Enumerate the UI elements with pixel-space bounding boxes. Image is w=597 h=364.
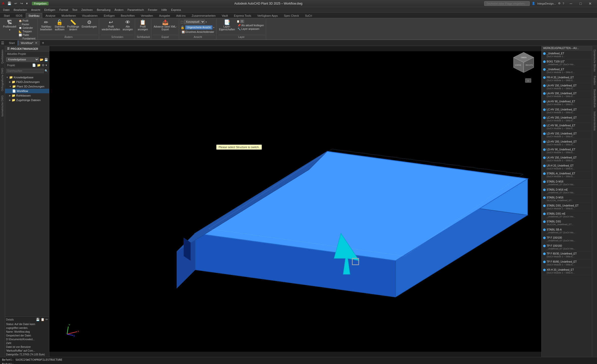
tab-beschriften[interactable]: Beschriften	[118, 13, 138, 18]
menu-format[interactable]: Format	[57, 8, 70, 12]
side-tab-quelldateien[interactable]: Quelldateien	[1, 49, 4, 65]
rp-item-stabil-sb-a[interactable]: STABIL SB-A _Undefined_ET (SuCri Mo...	[542, 227, 592, 235]
proj-settings-icon[interactable]: ⚙	[42, 63, 45, 67]
tab-vault[interactable]: Vault	[219, 13, 230, 18]
tab-home[interactable]: Start	[6, 41, 17, 45]
tab-ausgabe[interactable]: Ausgabe	[156, 13, 173, 18]
rp-item-stabil-dm16[interactable]: STABIL D-M16 _Undefined_ET (SuCri Mo...	[542, 179, 592, 187]
rp-item-tp-f100-160[interactable]: TP F 100/160 _Undefined_ET (SuCri Mo...	[542, 243, 592, 252]
menu-fenster[interactable]: Fenster	[146, 8, 159, 12]
side-tab-bauteilbibliothek[interactable]: Bauteilbibliothek	[593, 88, 596, 109]
rp-item-stabil-d3g-me[interactable]: STABIL D3G mE _Undefined_ET (SuCri Mo...	[542, 211, 592, 219]
ribbon-btn-platte[interactable]: ⬜Platte	[18, 33, 36, 37]
rp-item-lr-h20[interactable]: LR-H 20_Undefined_ET (SuCri Module 1 – S…	[542, 163, 592, 171]
proj-save-icon[interactable]: 💾	[44, 58, 48, 61]
rp-item-stabil-dm16-silicon[interactable]: STABIL D-M16 SILICON_Undefined_ET...	[542, 195, 592, 203]
proj-open-icon[interactable]: 📂	[40, 58, 44, 61]
rp-item-undefined-et-2[interactable]: _Undefined_ET (SuCri Module 1 – Sikla E.…	[542, 67, 592, 75]
freigeben-button[interactable]: Freigeben	[32, 2, 49, 5]
tab-addins[interactable]: Add-ins	[173, 13, 188, 18]
tab-expresstools[interactable]: Express Tools	[231, 13, 254, 18]
ribbon-btn-stahlbau-bearbeiten[interactable]: ✏ Stahlbaubearbeiten	[39, 19, 53, 31]
ribbon-btn-profil-anzeigen[interactable]: 📋 Profilanzeigen	[137, 19, 149, 31]
tab-analyse[interactable]: Analyse	[43, 13, 58, 18]
ribbon-btn-aktuell-festlegen[interactable]: 📌Als aktuell festlegen	[237, 24, 265, 27]
proj-folder-icon[interactable]: 📁	[37, 63, 41, 67]
side-tab-orthografisch[interactable]: Orthografische DWG	[1, 67, 4, 92]
rp-item-stabil-a[interactable]: STABIL-A_Undefined_ET (SuCri Module 1 – …	[542, 171, 592, 179]
new-tab-button[interactable]: +	[40, 41, 46, 45]
rp-item-stabil-dm16me[interactable]: STABIL D-M16 mE _Undefined_ET (SuCri Mo.…	[542, 187, 592, 195]
proj-more-icon[interactable]: ▾	[46, 63, 47, 67]
help-icon[interactable]: ?	[563, 2, 564, 5]
tab-verfuegbare-apps[interactable]: Verfügbare Apps	[254, 13, 281, 18]
side-tab-dynamische-bloecke[interactable]: Dynamische Blöcke	[593, 49, 596, 73]
nav-cube[interactable]: OBEN RECHTS VORNE	[511, 51, 536, 76]
menu-bemaszung[interactable]: Bemaßung	[95, 8, 113, 12]
tab-zusammenarbeiten[interactable]: Zusammenarbeiten	[189, 13, 219, 18]
doc-tab-close[interactable]: ✕	[35, 41, 37, 45]
tree-item-pid[interactable]: ▶ 📁 P&ID-Zeichnungen	[5, 80, 49, 84]
project-search-input[interactable]	[6, 69, 44, 73]
qa-redo[interactable]: ↪	[19, 1, 24, 6]
qa-more[interactable]: ▾	[25, 1, 29, 6]
toggle-arrow[interactable]: ▾	[213, 26, 215, 29]
tab-modellieren[interactable]: Modellieren	[59, 13, 79, 18]
tab-start[interactable]: Start	[1, 13, 12, 18]
settings-icon[interactable]: ⚙	[558, 2, 561, 5]
rp-item-la-hv150[interactable]: LA-HV 150_Undefined_ET (SuCri Module 1 –…	[542, 83, 592, 91]
ribbon-btn-advance-xml[interactable]: 📤 Advance Steel XML-Export	[153, 19, 178, 31]
rp-item-tp-f80-80[interactable]: TP F 80/80_Undefined_ET (SuCri Module 1 …	[542, 259, 592, 267]
tab-visualisieren[interactable]: Visualisieren	[79, 13, 100, 18]
menu-datei[interactable]: Datei	[1, 8, 12, 12]
ribbon-btn-fundament[interactable]: ⬛Fundament	[18, 37, 36, 40]
tree-item-rohklassen[interactable]: ▶ 📁 Rohklassen	[5, 93, 49, 98]
ungesicherte-ansicht-toggle[interactable]: Ungesicherte Ansicht	[185, 25, 212, 30]
details-save-icon[interactable]: 💾	[36, 318, 40, 321]
rp-item-ld-hv90[interactable]: LD-HV 90_Undefined_ET (SuCri Module 1 – …	[542, 147, 592, 155]
rp-item-stabil-d3g[interactable]: STABIL D3G_Undefined_ET (SuCri Module 1 …	[542, 203, 592, 211]
tab-speccheck[interactable]: Spec Check	[281, 13, 302, 18]
ribbon-btn-profilmodell[interactable]: 🏗 Profilmodell ▾	[2, 19, 17, 32]
qa-save[interactable]: 💾	[6, 1, 12, 6]
side-tab-paletten[interactable]: Paletten	[593, 75, 596, 86]
global-search-input[interactable]	[484, 1, 530, 6]
maximize-button[interactable]: □	[576, 0, 585, 7]
menu-ansicht[interactable]: Ansicht	[29, 8, 42, 12]
rp-item-la-hv90[interactable]: LA-HV 90_Undefined_ET (SuCri Module 1 – …	[542, 99, 592, 107]
ribbon-btn-gelaender[interactable]: 🔲Geländer	[18, 26, 36, 30]
tab-isos[interactable]: ISOS	[13, 13, 25, 18]
rp-item-ld-hv200[interactable]: LD-HV 200_Undefined_ET (SuCri Module 1 –…	[542, 139, 592, 147]
user-name[interactable]: IntegaDesign...	[537, 2, 556, 5]
rp-item-la-hv200[interactable]: LA-HV 200_Undefined_ET (SuCri Module 1 –…	[542, 91, 592, 99]
ribbon-btn-einstellungen[interactable]: ⚙ Einstellungen	[81, 19, 98, 29]
rp-item-fr-h20[interactable]: FR-H 20_Undefined_ET (SuCri Module 1 – S…	[542, 75, 592, 83]
ribbon-btn-stahlbau-aufloesen[interactable]: 🔓 Stahlbauauflösen	[54, 19, 66, 31]
tab-einfuegen[interactable]: Einfügen	[101, 13, 117, 18]
rp-item-ld-hv150[interactable]: LD-HV 150_Undefined_ET (SuCri Module 1 –…	[542, 131, 592, 139]
view-dropdown-arrow[interactable]: ▾	[206, 21, 207, 23]
viewport-area[interactable]: Please select Structure to switch. OBEN	[49, 46, 541, 357]
rp-item-tp-f80-30[interactable]: TP F 80/30_Undefined_ET (SuCri Module 1 …	[542, 251, 592, 259]
rp-item-stabil-d3g-silicon[interactable]: STABIL D3G SILICON_Undefined_ET...	[542, 219, 592, 227]
rp-item-undefined-et-1[interactable]: _Undefined_ET (SuCri Module 1...	[542, 51, 592, 59]
menu-express[interactable]: Express	[169, 8, 183, 12]
tab-stahlbau[interactable]: Stahlbau	[26, 13, 42, 18]
details-edit-icon[interactable]: ✏	[46, 318, 48, 321]
rp-item-lc-hv90[interactable]: LC-HV 90_Undefined_ET (SuCri Module 1 – …	[542, 123, 592, 131]
ribbon-btn-layer-anpassen[interactable]: 🔧Layer anpassen	[237, 27, 265, 31]
ribbon-btn-alle-anzeigen[interactable]: 👁 Alleanzeigen	[122, 19, 134, 31]
menu-zeichnen[interactable]: Zeichnen	[79, 8, 95, 12]
menu-einfuegen[interactable]: Einfügen	[42, 8, 57, 12]
tree-item-knowledgebase[interactable]: ▼ 📁 Knowledgebase	[5, 75, 49, 80]
search-icon[interactable]: 🔍	[45, 69, 48, 73]
qa-undo[interactable]: ↩	[13, 1, 18, 6]
ribbon-btn-treppen[interactable]: 📐Treppen	[18, 30, 36, 33]
rp-item-tp-f100-100[interactable]: TP F 100/100 _Undefined_ET (SuCri Mo...	[542, 235, 592, 243]
side-tab-isometrisch[interactable]: Isometrische DWG	[1, 94, 4, 118]
close-button[interactable]: ✕	[585, 0, 595, 7]
minimize-button[interactable]: ─	[566, 0, 576, 7]
tab-verwalten[interactable]: Verwalten	[138, 13, 156, 18]
ribbon-btn-raster[interactable]: ⬚Raster	[18, 23, 36, 26]
details-copy-icon[interactable]: 📋	[41, 318, 45, 321]
